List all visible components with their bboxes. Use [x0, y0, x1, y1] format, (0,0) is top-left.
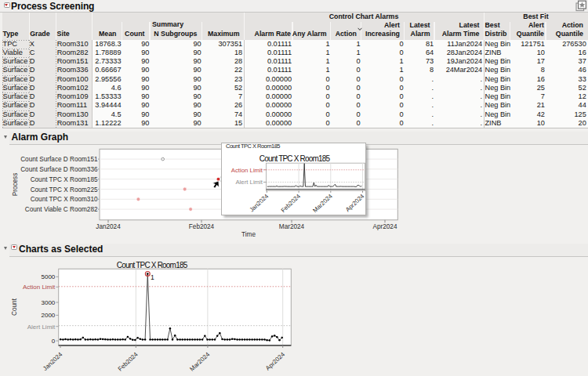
svg-text:Alert Limit: Alert Limit — [235, 179, 263, 186]
svg-text:Count Surface D Room151: Count Surface D Room151 — [20, 156, 98, 163]
svg-text:5000: 5000 — [42, 273, 56, 280]
svg-text:Alert Limit: Alert Limit — [27, 324, 56, 331]
svg-text:Count TPC X Room185: Count TPC X Room185 — [117, 261, 188, 269]
svg-text:Jan2024: Jan2024 — [42, 350, 64, 372]
svg-text:Count TPC X Room185: Count TPC X Room185 — [226, 143, 280, 150]
svg-text:Count Surface D Room336: Count Surface D Room336 — [20, 166, 98, 173]
svg-text:Count TPC X Room185: Count TPC X Room185 — [31, 176, 98, 183]
svg-text:Mar2024: Mar2024 — [188, 350, 211, 372]
svg-text:Feb2024: Feb2024 — [280, 192, 303, 214]
svg-text:3000: 3000 — [42, 299, 56, 306]
svg-text:Count TPC X Room185: Count TPC X Room185 — [260, 154, 331, 163]
svg-text:2000: 2000 — [42, 312, 56, 319]
svg-text:Count TPC X Room310: Count TPC X Room310 — [31, 196, 98, 203]
svg-text:Apr2024: Apr2024 — [344, 192, 366, 213]
svg-text:Jan2024: Jan2024 — [96, 223, 121, 230]
svg-text:Count Viable C Room282: Count Viable C Room282 — [25, 206, 98, 213]
svg-text:Jan2024: Jan2024 — [248, 192, 270, 213]
svg-text:Count TPC X Room225: Count TPC X Room225 — [31, 186, 98, 193]
svg-text:Process: Process — [12, 173, 19, 197]
svg-text:Count: Count — [11, 298, 18, 316]
svg-text:1: 1 — [151, 273, 154, 281]
svg-text:Feb2024: Feb2024 — [117, 350, 140, 372]
svg-text:Mar2024: Mar2024 — [279, 223, 305, 230]
svg-text:Apr2024: Apr2024 — [264, 350, 286, 371]
svg-text:0: 0 — [52, 338, 56, 345]
svg-text:Feb2024: Feb2024 — [189, 223, 215, 230]
svg-text:Action Limit: Action Limit — [231, 166, 263, 173]
svg-text:Time: Time — [241, 231, 256, 238]
svg-text:Apr2024: Apr2024 — [373, 223, 397, 230]
svg-text:Mar2024: Mar2024 — [311, 192, 334, 214]
svg-text:Action Limit: Action Limit — [23, 284, 56, 291]
